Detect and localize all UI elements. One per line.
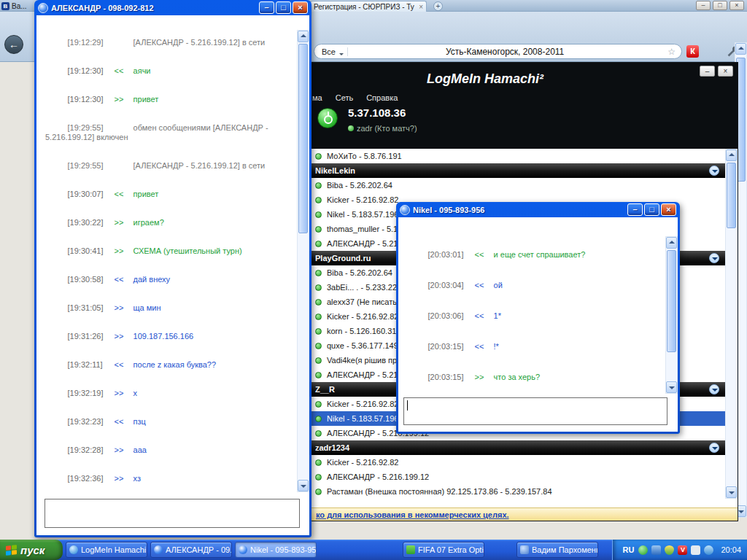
message-direction: << <box>115 417 133 427</box>
network-row[interactable]: АЛЕКСАНДР - 5.216.199.12 <box>310 470 725 484</box>
taskbar: пуск LogMeIn Hamachi АЛЕКСАНДР - 09... N… <box>0 540 747 560</box>
scroll-up-icon[interactable] <box>298 31 309 42</box>
hamachi-minimize-button[interactable]: – <box>700 66 715 77</box>
taskbar-button-label: FIFA 07 Extra Opti... <box>418 545 484 554</box>
message-time: [19:29:55] <box>68 123 115 133</box>
taskbar-button[interactable]: Nikel - 095-893-956 <box>235 542 317 558</box>
chat-message: [19:29:55][АЛЕКСАНДР - 5.216.199.12] в с… <box>45 152 295 180</box>
chat-scrollbar[interactable] <box>297 30 309 492</box>
messenger-tray-icon[interactable] <box>704 545 713 555</box>
tab-left[interactable]: В Ва... <box>1 1 27 11</box>
chat-message: [20:03:04]<<ой <box>406 270 664 300</box>
chat-log: [19:12:29][АЛЕКСАНДР - 5.216.199.12] в с… <box>36 15 297 495</box>
maximize-button[interactable]: □ <box>644 203 659 216</box>
message-time: [20:03:15] <box>428 372 475 382</box>
maximize-button[interactable]: □ <box>276 1 291 14</box>
chevron-down-icon[interactable] <box>709 253 719 263</box>
online-dot-icon <box>315 474 322 481</box>
hamachi-close-button[interactable]: × <box>718 66 733 77</box>
network-row[interactable]: NikelLekin <box>310 163 725 178</box>
network-row[interactable]: МоХиТо - 5.8.76.191 <box>310 149 725 163</box>
message-direction: >> <box>115 389 133 398</box>
antivirus-tray-icon[interactable]: V <box>678 545 687 555</box>
message-direction: << <box>115 66 133 76</box>
network-row[interactable]: zadr1234 <box>310 440 725 455</box>
online-dot-icon <box>315 182 322 189</box>
chevron-down-icon[interactable] <box>709 166 719 176</box>
minimize-button[interactable]: – <box>627 203 643 216</box>
scroll-up-icon[interactable] <box>735 43 746 55</box>
message-direction: << <box>475 249 494 260</box>
scroll-thumb[interactable] <box>298 44 308 233</box>
taskbar-button-icon <box>520 545 529 554</box>
online-dot-icon <box>315 241 322 247</box>
scroll-thumb[interactable] <box>667 250 676 352</box>
power-button[interactable] <box>317 108 338 128</box>
chevron-down-icon[interactable] <box>709 384 719 394</box>
network-row[interactable]: Biba - 5.26.202.64 <box>310 178 725 192</box>
new-tab-button[interactable]: + <box>433 1 443 11</box>
message-text: пзц <box>133 417 146 426</box>
network-row[interactable]: Kicker - 5.216.92.82 <box>310 455 725 470</box>
menu-item-network[interactable]: Сеть <box>336 93 353 102</box>
chat-message: [20:03:17]>>спортсмен? <box>406 392 664 394</box>
scroll-down-icon[interactable] <box>666 381 677 393</box>
license-link[interactable]: ко для использования в некоммерческих це… <box>310 508 738 521</box>
address-mode-dropdown[interactable]: Все <box>314 47 348 56</box>
taskbar-buttons: LogMeIn Hamachi АЛЕКСАНДР - 09... Nikel … <box>63 540 598 560</box>
bookmark-star-icon[interactable]: ☆ <box>662 47 681 57</box>
message-time: [19:32:23] <box>68 417 115 427</box>
tab-registration[interactable]: Регистрация - СЮРПРИЗ - Ту × <box>310 1 427 12</box>
language-indicator[interactable]: RU <box>623 545 635 554</box>
minimize-button[interactable]: – <box>259 1 274 14</box>
menu-item-help[interactable]: Справка <box>366 93 398 102</box>
antivirus-badge[interactable]: К <box>686 45 699 58</box>
address-bar[interactable]: Все Усть-Каменогорск, 2008-2011 ☆ <box>314 44 682 59</box>
network-tray-icon[interactable] <box>651 545 661 555</box>
chat-input[interactable] <box>403 397 667 425</box>
back-button[interactable]: ← <box>4 35 23 54</box>
chat-main-titlebar[interactable]: АЛЕКСАНДР - 098-092-812 – □ × <box>36 0 309 15</box>
message-time: [19:31:05] <box>68 303 115 313</box>
message-direction: >> <box>115 474 133 483</box>
network-row[interactable]: Растаман (Внешка постоянная) 92.125.173.… <box>310 484 725 499</box>
scroll-thumb[interactable] <box>727 163 736 228</box>
browser-minimize-button[interactable]: – <box>696 1 711 10</box>
scroll-up-icon[interactable] <box>726 149 737 161</box>
chat-message: [19:32:11]<<после z какая буква?? <box>45 351 295 379</box>
message-text: аячи <box>133 66 151 75</box>
hamachi-tray-icon[interactable] <box>638 545 648 555</box>
menu-item-system[interactable]: ма <box>312 93 322 102</box>
taskbar-button[interactable]: Вадим Пархоменк... <box>516 542 598 558</box>
taskbar-button[interactable]: FIFA 07 Extra Opti... <box>403 542 484 558</box>
chat-nikel-title: Nikel - 095-893-956 <box>413 206 484 214</box>
scroll-down-icon[interactable] <box>298 480 309 491</box>
hamachi-scrollbar[interactable] <box>725 149 738 499</box>
start-button[interactable]: пуск <box>0 540 63 560</box>
scroll-down-icon[interactable] <box>726 486 737 498</box>
chat-nikel-titlebar[interactable]: Nikel - 095-893-956 – □ × <box>398 202 678 217</box>
taskbar-button[interactable]: LogMeIn Hamachi <box>66 542 147 558</box>
clock[interactable]: 20:04 <box>718 545 741 554</box>
message-time: [19:12:30] <box>68 95 115 104</box>
browser-restore-button[interactable]: □ <box>713 1 727 10</box>
taskbar-button-icon <box>406 545 415 554</box>
message-time: [20:03:04] <box>428 280 475 290</box>
message-time: [19:30:41] <box>68 246 115 256</box>
update-shield-icon[interactable] <box>665 545 674 555</box>
chevron-down-icon[interactable] <box>709 443 719 453</box>
volume-icon[interactable] <box>691 545 700 555</box>
chat-input[interactable] <box>44 499 300 528</box>
chat-scrollbar[interactable] <box>665 236 678 394</box>
close-button[interactable]: × <box>661 203 676 216</box>
windows-flag-icon <box>6 545 17 556</box>
scroll-up-icon[interactable] <box>666 237 677 249</box>
close-button[interactable]: × <box>293 1 308 14</box>
message-time: [20:03:15] <box>428 341 475 351</box>
network-row-label: Biba - 5.26.202.64 <box>327 268 392 277</box>
tab-close-icon[interactable]: × <box>419 3 423 11</box>
message-text: 1* <box>494 311 501 320</box>
browser-close-button[interactable]: × <box>729 1 744 10</box>
taskbar-button[interactable]: АЛЕКСАНДР - 09... <box>150 542 232 558</box>
address-text[interactable]: Усть-Каменогорск, 2008-2011 <box>348 47 662 57</box>
